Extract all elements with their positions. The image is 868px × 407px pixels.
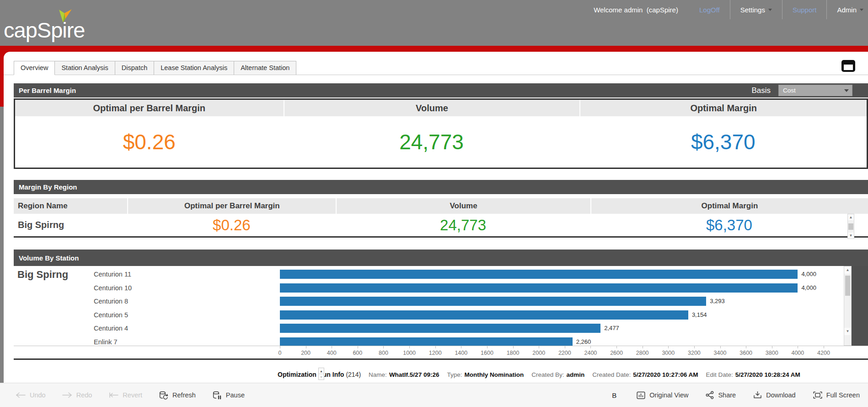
bar-centurion-10[interactable]	[280, 283, 798, 293]
toolbar-left-group: UndoRedoRevertRefreshPause	[16, 391, 245, 400]
axis-tick-label: 800	[373, 350, 393, 356]
table-row[interactable]: Big Spirng$0.2624,773$6,370	[14, 214, 868, 238]
refresh-button[interactable]: Refresh	[159, 391, 196, 400]
volume-by-station-header: Volume By Station	[14, 250, 868, 266]
status-field-label: Type:	[447, 371, 462, 378]
logo-text: capSpire	[4, 17, 85, 43]
panel-title: Margin By Region	[19, 183, 77, 191]
window-icon-pane	[844, 65, 853, 70]
volume-by-station-panel: Volume By Station Big Spirng ▲ ▼ Centuri…	[14, 250, 868, 360]
axis-tick-label: 600	[348, 350, 368, 356]
status-field-edit-date: Edit Date:5/27/2020 10:28:24 AM	[706, 371, 800, 378]
refresh-icon	[159, 391, 168, 400]
axis-tick-label: 2400	[580, 350, 600, 356]
status-field-value: admin	[566, 371, 584, 378]
region-value-cell: $0.26	[127, 214, 336, 236]
kpi-value-volume: 24,773	[284, 116, 580, 168]
chart-scrollbar[interactable]: ▲ ▼	[844, 266, 852, 346]
pause-button[interactable]: Pause	[212, 391, 245, 400]
tab-alternate-station[interactable]: Alternate Station	[234, 61, 296, 75]
bar-centurion-8[interactable]	[280, 297, 706, 306]
redo-label: Redo	[76, 391, 92, 399]
axis-tick	[590, 346, 591, 348]
status-field-value: WhatIf.5/27 09:26	[389, 371, 439, 378]
undo-button: Undo	[16, 391, 46, 399]
axis-tick	[306, 346, 306, 348]
scrollbar-thumb[interactable]	[848, 223, 853, 230]
revert-icon	[108, 392, 118, 398]
support-link[interactable]: Support	[793, 6, 817, 14]
status-field-type: Type:Monthly Nomination	[447, 371, 524, 378]
settings-menu[interactable]: Settings	[740, 6, 772, 14]
region-column-header-region-name: Region Name	[14, 198, 127, 214]
axis-tick-label: 4000	[788, 350, 808, 356]
chevron-down-icon	[844, 89, 849, 92]
full-screen-button[interactable]: Full Screen	[813, 391, 860, 399]
admin-menu[interactable]: Admin	[837, 6, 863, 14]
scroll-down-icon[interactable]: ▼	[844, 328, 851, 335]
tab-dispatch[interactable]: Dispatch	[115, 61, 154, 75]
tab-station-analysis[interactable]: Station Analysis	[54, 61, 115, 75]
bar-centurion-4[interactable]	[280, 324, 600, 333]
bar-centurion-5[interactable]	[280, 310, 688, 320]
logoff-link[interactable]: LogOff	[699, 6, 720, 14]
region-table-scrollbar[interactable]: ▲ ▼	[847, 214, 854, 239]
axis-tick	[694, 346, 695, 348]
basis-dropdown[interactable]: Cost	[778, 85, 852, 96]
axis-tick	[539, 346, 539, 348]
status-field-created-by: Created By:admin	[531, 371, 584, 378]
status-field-label: Created By:	[531, 371, 564, 378]
kpi-table: Optimal per Barrel MarginVolumeOptimal M…	[14, 98, 868, 169]
nav-divider	[826, 0, 827, 19]
basis-control: Basis Cost	[751, 85, 852, 96]
bar-centurion-11[interactable]	[280, 270, 798, 279]
chart-region-label: Big Spirng	[17, 269, 68, 281]
capspire-logo[interactable]: capSpire	[4, 3, 123, 44]
bar-enlink-7[interactable]	[280, 337, 573, 346]
share-button[interactable]: Share	[706, 391, 736, 399]
chart-right-border	[852, 266, 868, 346]
run-info-status-bar: Optimization Run Info(214) Name:WhatIf.5…	[278, 369, 800, 380]
axis-tick-label: 1800	[503, 350, 523, 356]
chevron-down-icon	[860, 9, 863, 11]
scroll-down-icon[interactable]: ▼	[848, 233, 854, 239]
region-column-header-optimal-per-barrel-margin: Optimal per Barrel Margin	[127, 198, 336, 214]
redo-icon	[62, 392, 72, 398]
run-info-spinner[interactable]: ▲ ▼	[318, 368, 324, 380]
spinner-up-icon[interactable]: ▲	[319, 368, 324, 374]
chart-x-axis: 0200400600800100012001400160018002000220…	[14, 346, 868, 360]
panel-title: Volume By Station	[19, 254, 79, 262]
tab-lease-station-analysis[interactable]: Lease Station Analysis	[154, 61, 234, 75]
axis-tick	[461, 346, 461, 348]
kpi-column-header-volume: Volume	[284, 100, 580, 116]
original-view-button[interactable]: Original View	[637, 391, 688, 399]
axis-tick-label: 1200	[425, 350, 445, 356]
axis-tick-label: 3200	[684, 350, 704, 356]
scroll-up-icon[interactable]: ▲	[848, 214, 854, 220]
scrollbar-thumb[interactable]	[845, 276, 850, 296]
region-table-header-row: Region NameOptimal per Barrel MarginVolu…	[14, 198, 868, 214]
axis-tick	[280, 346, 280, 348]
bar-value-centurion-8: 3,293	[710, 297, 725, 306]
scroll-up-icon[interactable]: ▲	[844, 266, 851, 274]
kpi-column-header-optimal-margin: Optimal Margin	[579, 100, 866, 116]
axis-tick	[746, 346, 746, 348]
window-icon[interactable]	[841, 60, 855, 72]
top-nav: Welcome admin (capSpire) LogOff Settings…	[594, 0, 863, 19]
user-badge-b[interactable]: B	[612, 391, 616, 399]
spinner-down-icon[interactable]: ▼	[319, 374, 324, 380]
axis-tick-label: 2200	[555, 350, 575, 356]
bar-value-centurion-5: 3,154	[692, 310, 707, 320]
kpi-value-optimal-margin: $6,370	[579, 116, 866, 168]
axis-tick-label: 4200	[814, 350, 834, 356]
chevron-down-icon	[768, 9, 772, 11]
kpi-header-row: Optimal per Barrel MarginVolumeOptimal M…	[15, 100, 867, 116]
axis-tick	[513, 346, 514, 348]
download-button[interactable]: Download	[753, 391, 796, 399]
admin-label: Admin	[837, 6, 857, 14]
nav-divider	[782, 0, 782, 19]
axis-tick-label: 3000	[658, 350, 678, 356]
axis-tick-label: 2600	[606, 350, 627, 356]
tab-overview[interactable]: Overview	[14, 61, 55, 75]
per-barrel-margin-header: Per Barrel Margin Basis Cost	[14, 83, 868, 98]
